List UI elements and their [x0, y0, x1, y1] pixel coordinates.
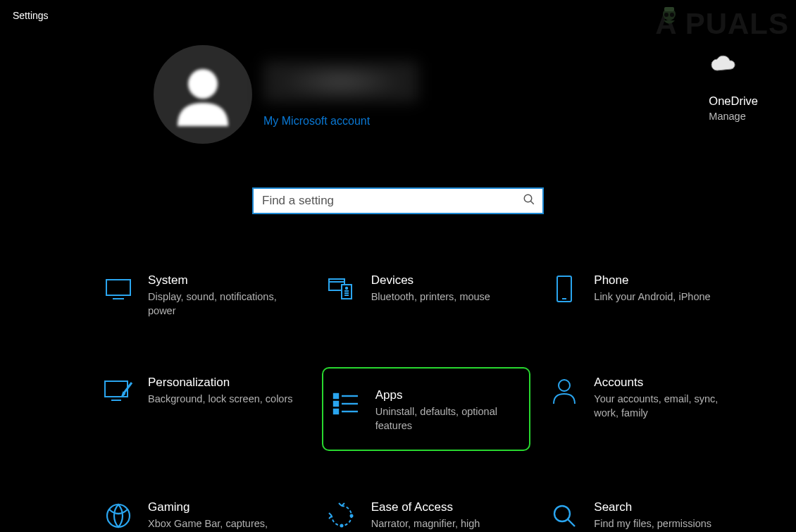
svg-rect-22: [334, 402, 338, 406]
magnifier-icon: [549, 500, 580, 531]
devices-icon: [326, 273, 357, 304]
onedrive-title: OneDrive: [709, 94, 758, 108]
category-personalization[interactable]: Personalization Background, lock screen,…: [99, 367, 308, 451]
tile-title: Accounts: [594, 376, 742, 390]
search-input[interactable]: [254, 189, 542, 213]
cloud-icon: [710, 55, 758, 75]
tile-title: System: [148, 273, 296, 287]
apps-icon: [330, 388, 361, 419]
user-icon: [169, 61, 237, 128]
profile-section: My Microsoft account: [154, 45, 418, 144]
svg-line-6: [530, 201, 534, 204]
display-icon: [103, 273, 134, 304]
svg-point-3: [670, 13, 674, 17]
category-search[interactable]: Search Find my files, permissions: [545, 492, 754, 532]
svg-point-5: [524, 194, 532, 202]
personalization-icon: [103, 376, 134, 407]
category-gaming[interactable]: Gaming Xbox Game Bar, captures, Game Mod…: [99, 492, 308, 532]
window-title: Settings: [13, 10, 49, 21]
tile-desc: Uninstall, defaults, optional features: [375, 405, 520, 433]
onedrive-manage-link[interactable]: Manage: [709, 111, 758, 122]
svg-point-13: [345, 287, 347, 289]
category-devices[interactable]: Devices Bluetooth, printers, mouse: [322, 265, 531, 326]
gaming-icon: [103, 500, 134, 531]
tile-desc: Xbox Game Bar, captures, Game Mode: [148, 517, 296, 532]
svg-point-30: [340, 525, 342, 527]
svg-rect-1: [664, 7, 674, 11]
tile-title: Devices: [371, 273, 490, 287]
settings-body: System Display, sound, notifications, po…: [0, 159, 796, 532]
my-microsoft-account-link[interactable]: My Microsoft account: [263, 115, 418, 128]
svg-rect-23: [334, 409, 338, 414]
ease-of-access-icon: [326, 500, 357, 531]
svg-rect-21: [334, 394, 338, 398]
search-icon: [523, 193, 535, 209]
settings-grid: System Display, sound, notifications, po…: [99, 265, 754, 532]
svg-rect-17: [557, 276, 571, 302]
accounts-icon: [549, 376, 580, 407]
svg-line-32: [568, 519, 575, 526]
tile-title: Gaming: [148, 500, 296, 514]
svg-point-29: [350, 515, 352, 517]
avatar[interactable]: [154, 45, 252, 144]
tile-title: Apps: [375, 388, 520, 402]
category-ease-of-access[interactable]: Ease of Access Narrator, magnifier, high…: [322, 492, 531, 532]
tile-title: Phone: [594, 273, 710, 287]
category-apps[interactable]: Apps Uninstall, defaults, optional featu…: [322, 367, 531, 451]
svg-point-4: [188, 69, 218, 99]
tile-title: Ease of Access: [371, 500, 519, 514]
watermark-mascot-icon: [655, 3, 683, 31]
onedrive-block[interactable]: OneDrive Manage: [709, 55, 758, 122]
category-phone[interactable]: Phone Link your Android, iPhone: [545, 265, 754, 326]
svg-point-31: [554, 506, 570, 521]
tile-desc: Find my files, permissions: [594, 517, 711, 531]
tile-desc: Narrator, magnifier, high contrast: [371, 517, 519, 532]
svg-point-28: [107, 505, 130, 527]
tile-title: Personalization: [148, 376, 293, 390]
tile-desc: Background, lock screen, colors: [148, 392, 293, 407]
tile-desc: Display, sound, notifications, power: [148, 290, 296, 318]
search-container: [252, 187, 544, 214]
phone-icon: [549, 273, 580, 304]
username-blurred: [263, 61, 418, 102]
svg-point-2: [664, 13, 668, 17]
svg-rect-7: [106, 280, 130, 295]
tile-desc: Bluetooth, printers, mouse: [371, 290, 490, 304]
tile-desc: Your accounts, email, sync, work, family: [594, 392, 742, 420]
category-system[interactable]: System Display, sound, notifications, po…: [99, 265, 308, 326]
tile-title: Search: [594, 500, 711, 514]
tile-desc: Link your Android, iPhone: [594, 290, 710, 304]
svg-point-27: [559, 380, 570, 391]
category-accounts[interactable]: Accounts Your accounts, email, sync, wor…: [545, 367, 754, 451]
